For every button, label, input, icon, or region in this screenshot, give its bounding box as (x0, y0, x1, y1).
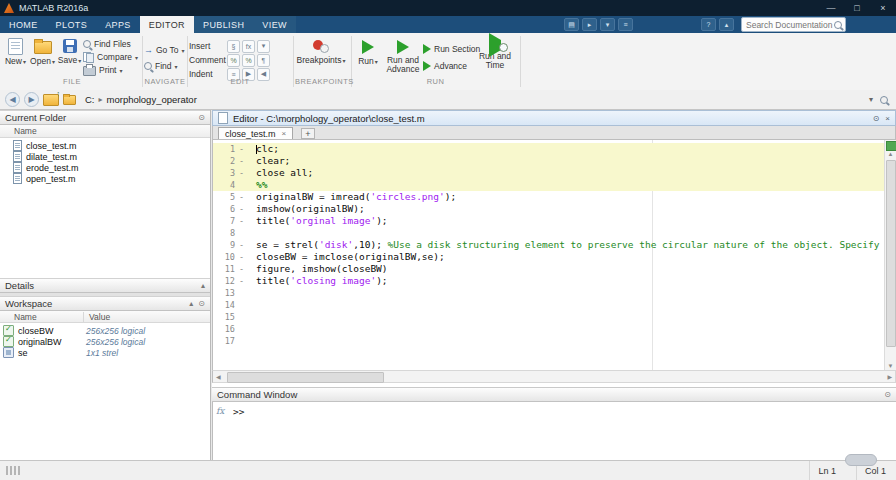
workspace-header[interactable]: Workspace ▴ ⊙ (0, 296, 210, 311)
workspace-row[interactable]: se1x1 strel (0, 347, 210, 358)
command-window-header[interactable]: Command Window ⊙ (212, 387, 896, 402)
command-prompt[interactable]: >> (233, 406, 244, 417)
current-folder-column-header[interactable]: Name (0, 125, 210, 138)
code-line[interactable]: 5-originalBW = imread('circles.png'); (213, 191, 884, 203)
forward-button[interactable]: ▶ (24, 92, 39, 107)
code-line[interactable]: 12-title('closing image'); (213, 275, 884, 287)
breakpoint-gutter[interactable]: - (235, 215, 248, 227)
code-line[interactable]: 16 (213, 323, 884, 335)
scroll-down-icon[interactable]: ▼ (885, 363, 896, 369)
vertical-scroll-thumb[interactable] (886, 160, 896, 347)
collapse-icon[interactable]: ▴ (201, 281, 205, 290)
maximize-button[interactable]: □ (844, 0, 870, 16)
breakpoint-gutter[interactable]: - (235, 143, 248, 155)
up-one-level-icon[interactable] (43, 94, 59, 106)
file-item[interactable]: close_test.m (0, 140, 210, 151)
insert-fx-icon[interactable]: fx (242, 40, 255, 53)
quick-access-icon-1[interactable]: ▤ (564, 18, 579, 31)
search-folder-icon[interactable] (880, 96, 888, 104)
workspace-column-header[interactable]: Name Value (0, 311, 210, 323)
workspace-row[interactable]: closeBW256x256 logical (0, 325, 210, 336)
breakpoints-button[interactable]: Breakpoints▾ (295, 35, 347, 65)
panel-menu-icon[interactable]: ⊙ (884, 390, 891, 399)
editor-horizontal-scrollbar[interactable]: ◀ ▶ (212, 370, 896, 383)
code-line[interactable]: 1-clc; (213, 143, 884, 155)
editor-titlebar[interactable]: Editor - C:\morphology_operator\close_te… (212, 110, 896, 126)
save-button[interactable]: Save▾ (56, 35, 83, 76)
advance-button[interactable]: Advance (423, 60, 475, 72)
breakpoint-gutter[interactable]: - (235, 251, 248, 263)
panel-menu-icon[interactable]: ⊙ (198, 299, 205, 308)
find-files-button[interactable]: Find Files (83, 38, 138, 50)
workspace-row[interactable]: originalBW256x256 logical (0, 336, 210, 347)
code-line[interactable]: 7-title('orginal image'); (213, 215, 884, 227)
file-item[interactable]: erode_test.m (0, 162, 210, 173)
code-line[interactable]: 2-clear; (213, 155, 884, 167)
compare-button[interactable]: Compare ▾ (83, 51, 138, 63)
minimize-button[interactable]: — (818, 0, 844, 16)
tab-editor[interactable]: EDITOR (140, 16, 194, 33)
code-line[interactable]: 6-imshow(originalBW); (213, 203, 884, 215)
command-window[interactable]: fx >> (212, 402, 896, 460)
code-line[interactable]: 9-se = strel('disk',10); %Use a disk str… (213, 239, 884, 251)
code-editor[interactable]: 1-clc;2-clear;3-close all;4%%5-originalB… (212, 140, 896, 370)
open-button[interactable]: Open▾ (29, 35, 56, 76)
quick-access-icon-2[interactable]: ▸ (582, 18, 597, 31)
browse-folder-icon[interactable] (63, 95, 76, 105)
insert-more-icon[interactable]: ▾ (257, 40, 270, 53)
tab-publish[interactable]: PUBLISH (194, 16, 253, 33)
code-line[interactable]: 4%% (213, 179, 884, 191)
tab-plots[interactable]: PLOTS (47, 16, 97, 33)
close-button[interactable]: × (870, 0, 896, 16)
back-button[interactable]: ◀ (5, 92, 20, 107)
quick-access-icon-3[interactable]: ▾ (600, 18, 615, 31)
address-dropdown-icon[interactable]: ▾ (869, 95, 873, 104)
search-documentation-input[interactable] (746, 20, 834, 30)
panel-menu-icon[interactable]: ⊙ (198, 113, 205, 122)
help-icon[interactable]: ? (701, 18, 716, 31)
current-folder-header[interactable]: Current Folder ⊙ (0, 110, 210, 125)
code-line[interactable]: 10-closeBW = imclose(originalBW,se); (213, 251, 884, 263)
go-to-button[interactable]: → Go To ▾ (144, 44, 186, 56)
horizontal-scroll-thumb[interactable] (227, 372, 384, 383)
editor-vertical-scrollbar[interactable]: ▲ ▼ (884, 140, 896, 370)
fx-icon[interactable]: fx (216, 406, 224, 416)
command-scrollbar-thumb[interactable] (845, 454, 877, 466)
run-and-time-button[interactable]: Run and Time (475, 35, 515, 75)
community-icon[interactable]: ▴ (719, 18, 734, 31)
breakpoint-gutter[interactable]: - (235, 275, 248, 287)
search-icon[interactable] (834, 21, 842, 29)
breadcrumb-folder[interactable]: morphology_operator (107, 94, 197, 105)
uncomment-icon[interactable]: % (242, 54, 255, 67)
code-line[interactable]: 13 (213, 287, 884, 299)
code-line[interactable]: 14 (213, 299, 884, 311)
code-line[interactable]: 8 (213, 227, 884, 239)
code-line[interactable]: 3-close all; (213, 167, 884, 179)
breakpoint-gutter[interactable]: - (235, 155, 248, 167)
scroll-up-icon[interactable]: ▲ (885, 151, 896, 157)
tab-home[interactable]: HOME (0, 16, 47, 33)
breadcrumb[interactable]: C: ▸ morphology_operator (80, 92, 865, 108)
new-button[interactable]: New▾ (2, 35, 29, 76)
breakpoint-gutter[interactable]: - (235, 203, 248, 215)
comment-percent-icon[interactable]: % (227, 54, 240, 67)
details-header[interactable]: Details ▴ (0, 278, 210, 293)
editor-close-icon[interactable]: × (885, 114, 890, 123)
collapse-icon[interactable]: ▴ (189, 299, 193, 308)
code-analyzer-indicator[interactable] (886, 141, 896, 151)
breakpoint-gutter[interactable]: - (235, 191, 248, 203)
breadcrumb-drive[interactable]: C: (85, 94, 95, 105)
tab-apps[interactable]: APPS (96, 16, 140, 33)
code-line[interactable]: 17 (213, 335, 884, 347)
code-line[interactable]: 11-figure, imshow(closeBW) (213, 263, 884, 275)
quick-access-icon-4[interactable]: ≡ (618, 18, 633, 31)
tab-close-test[interactable]: close_test.m × (218, 127, 293, 139)
print-button[interactable]: Print ▾ (83, 64, 138, 76)
find-button[interactable]: Find ▾ (144, 60, 186, 72)
new-tab-button[interactable]: + (301, 128, 315, 139)
breakpoint-gutter[interactable]: - (235, 239, 248, 251)
scroll-right-icon[interactable]: ▶ (887, 371, 892, 382)
breakpoint-gutter[interactable]: - (235, 263, 248, 275)
insert-section-icon[interactable]: § (227, 40, 240, 53)
scroll-left-icon[interactable]: ◀ (216, 371, 221, 382)
